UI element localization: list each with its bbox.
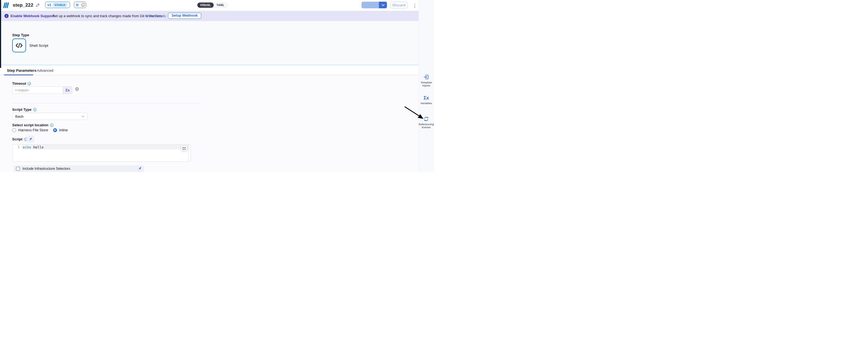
include-infra-checkbox[interactable]	[16, 167, 20, 171]
version-selector[interactable]: v1 STABLE	[45, 2, 70, 8]
timeout-input[interactable]: <+input> Σx	[12, 86, 72, 94]
code-line: echo hello	[23, 145, 43, 149]
timeout-value: <+input>	[12, 87, 63, 94]
rail-label: ReferencingEntries	[418, 123, 434, 129]
radio-label-file-store[interactable]: Harness File Store	[18, 128, 48, 132]
tab-advanced[interactable]: Advanced	[37, 68, 54, 73]
rail-item-variables[interactable]: Σx Variables	[418, 95, 434, 105]
toggle-yaml[interactable]: YAML	[214, 3, 227, 7]
radio-label-inline[interactable]: Inline	[59, 128, 68, 132]
step-type-section	[0, 21, 418, 65]
save-options-button[interactable]	[379, 2, 387, 8]
chevron-down-icon	[382, 4, 384, 6]
kebab-menu-icon[interactable]	[413, 3, 416, 8]
left-nav-edge	[0, 0, 1, 68]
radio-harness-file-store[interactable]	[12, 128, 16, 132]
git-sync-status-group[interactable]	[74, 2, 86, 8]
script-type-label: Script Typei	[12, 108, 36, 112]
expand-icon	[182, 147, 186, 150]
active-tab-indicator	[4, 75, 33, 75]
rail-item-referencing-entries[interactable]: ReferencingEntries	[418, 116, 434, 129]
script-location-label: Select script locationi	[12, 123, 54, 127]
radio-inline[interactable]	[53, 128, 57, 132]
timer-icon	[81, 3, 85, 7]
save-button[interactable]: Save	[362, 2, 379, 8]
include-infra-label: Include Infrastructure Selectors	[23, 167, 138, 171]
timeout-label: Timeouti	[12, 81, 31, 86]
code-icon	[15, 42, 23, 48]
script-code-editor[interactable]: 1 echo hello	[12, 144, 191, 162]
save-split-button: Save	[362, 2, 387, 8]
rail-label: TemplateInputs	[418, 81, 434, 87]
info-icon: i	[4, 14, 8, 18]
webhook-banner: i Enable Webhook Support Set up a webhoo…	[0, 11, 418, 21]
info-icon[interactable]: i	[28, 82, 31, 85]
script-type-select[interactable]: Bash	[12, 113, 88, 120]
script-label: Scripti	[12, 137, 27, 141]
tab-bar	[0, 65, 418, 75]
pin-infra-button[interactable]	[138, 167, 142, 171]
variables-icon: Σx	[418, 95, 434, 101]
expression-toggle-button[interactable]: Σx	[63, 87, 72, 94]
toggle-visual[interactable]: VISUAL	[197, 2, 214, 8]
script-type-value: Bash	[15, 114, 24, 118]
tab-step-parameters[interactable]: Step Parameters	[7, 68, 36, 73]
version-label: v1	[47, 3, 51, 7]
info-icon[interactable]: i	[50, 123, 54, 127]
step-type-card[interactable]	[12, 38, 26, 52]
step-type-value: Shell Script	[29, 44, 48, 48]
code-keyword: echo	[23, 145, 31, 149]
info-icon[interactable]: i	[33, 108, 36, 111]
rail-item-template-inputs[interactable]: TemplateInputs	[418, 74, 434, 87]
code-argument: hello	[31, 145, 43, 149]
discard-button[interactable]: Discard	[390, 2, 408, 8]
chevron-down-icon	[82, 115, 85, 117]
script-location-options: Harness File Store Inline	[12, 128, 68, 132]
gear-icon[interactable]: ⚙	[75, 87, 79, 92]
harness-logo-icon	[4, 2, 8, 8]
header-bar: step_222 v1 STABLE VISUAL YAML Save Disc	[0, 0, 418, 11]
view-details-link[interactable]: View Details	[146, 14, 166, 18]
include-infra-selectors-row: Include Infrastructure Selectors	[14, 165, 144, 172]
banner-message: Set up a webhook to sync and track chang…	[53, 14, 162, 18]
banner-title: Enable Webhook Support	[10, 14, 54, 18]
expand-editor-button[interactable]	[181, 146, 187, 151]
step-type-label: Step Type	[12, 33, 29, 37]
active-line-highlight	[22, 145, 188, 149]
page-title: step_222	[13, 2, 33, 8]
referencing-entries-icon	[424, 116, 429, 122]
git-icon	[75, 3, 80, 7]
visual-yaml-toggle: VISUAL YAML	[197, 3, 227, 7]
template-inputs-icon	[424, 74, 429, 80]
stable-badge: STABLE	[53, 3, 67, 7]
pin-icon	[29, 137, 32, 141]
line-number: 1	[12, 145, 20, 149]
setup-webhook-button[interactable]: Setup Webhook	[168, 13, 201, 19]
pin-icon	[138, 167, 142, 171]
pin-script-button[interactable]	[27, 136, 34, 143]
edit-title-icon[interactable]	[36, 3, 40, 7]
rail-label: Variables	[418, 102, 434, 105]
